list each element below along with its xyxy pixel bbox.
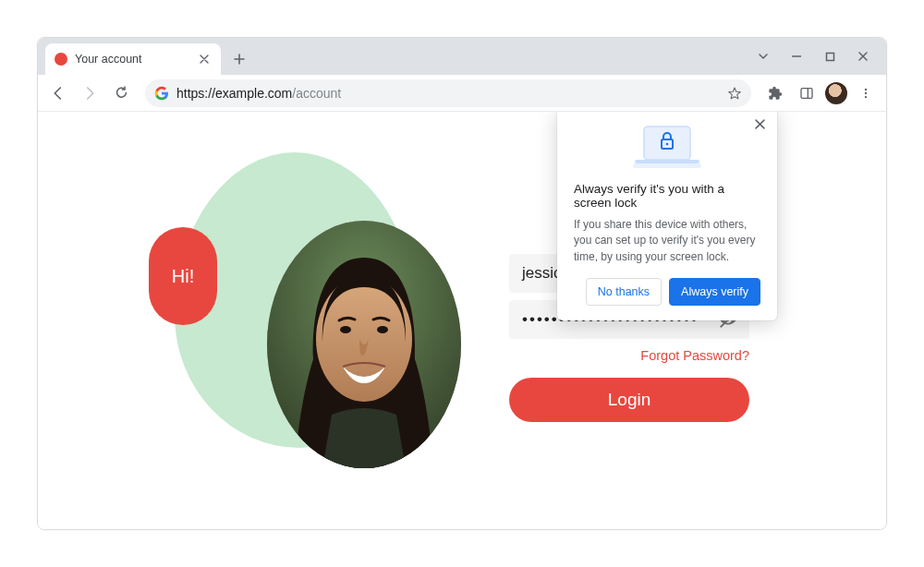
svg-rect-14 bbox=[633, 163, 701, 168]
address-bar[interactable]: https://example.com/account bbox=[145, 79, 751, 107]
always-verify-button[interactable]: Always verify bbox=[669, 278, 760, 306]
hi-label: Hi! bbox=[172, 266, 194, 287]
close-tab-icon[interactable] bbox=[197, 52, 212, 66]
new-tab-button[interactable] bbox=[226, 46, 252, 72]
svg-point-9 bbox=[377, 326, 388, 333]
svg-rect-1 bbox=[801, 88, 812, 98]
side-panel-icon[interactable] bbox=[794, 80, 820, 106]
maximize-icon[interactable] bbox=[821, 48, 838, 65]
profile-avatar[interactable] bbox=[825, 82, 847, 104]
site-info-icon[interactable] bbox=[154, 86, 169, 101]
popup-close-icon[interactable] bbox=[751, 115, 768, 132]
popup-body: If you share this device with others, yo… bbox=[574, 217, 760, 265]
back-button[interactable] bbox=[45, 80, 71, 106]
bookmark-star-icon[interactable] bbox=[727, 86, 742, 101]
user-photo bbox=[267, 221, 461, 468]
tab-title: Your account bbox=[75, 53, 189, 66]
login-button[interactable]: Login bbox=[509, 378, 749, 422]
page-content: Hi! W Ple bbox=[38, 112, 886, 529]
svg-point-3 bbox=[865, 88, 867, 90]
no-thanks-button[interactable]: No thanks bbox=[586, 278, 662, 306]
extensions-icon[interactable] bbox=[762, 80, 788, 106]
chevron-down-icon[interactable] bbox=[755, 48, 772, 65]
url-path: /account bbox=[292, 86, 341, 101]
username-value: jessic bbox=[522, 264, 562, 283]
browser-window: Your account https://example.com/account bbox=[37, 37, 887, 530]
toolbar: https://example.com/account bbox=[38, 75, 886, 112]
url-text: https://example.com/account bbox=[176, 86, 720, 101]
forward-button[interactable] bbox=[77, 80, 103, 106]
tab-your-account[interactable]: Your account bbox=[45, 43, 221, 75]
screen-lock-popup: Always verify it's you with a screen loc… bbox=[557, 112, 777, 320]
svg-point-4 bbox=[865, 91, 867, 93]
url-host: https://example.com bbox=[176, 86, 292, 101]
svg-rect-0 bbox=[826, 53, 833, 60]
reload-button[interactable] bbox=[108, 80, 134, 106]
hi-badge: Hi! bbox=[149, 227, 217, 325]
forgot-password-link[interactable]: Forgot Password? bbox=[509, 348, 749, 363]
close-window-icon[interactable] bbox=[855, 48, 871, 65]
minimize-icon[interactable] bbox=[788, 48, 805, 65]
window-controls bbox=[755, 38, 881, 75]
tab-strip: Your account bbox=[38, 38, 886, 75]
svg-point-16 bbox=[666, 143, 669, 146]
svg-point-5 bbox=[865, 95, 867, 97]
tab-favicon-icon bbox=[55, 53, 67, 66]
svg-point-8 bbox=[340, 326, 351, 333]
menu-icon[interactable] bbox=[853, 80, 879, 106]
lock-laptop-icon bbox=[574, 121, 760, 173]
popup-title: Always verify it's you with a screen loc… bbox=[574, 182, 760, 210]
svg-rect-13 bbox=[635, 160, 699, 163]
